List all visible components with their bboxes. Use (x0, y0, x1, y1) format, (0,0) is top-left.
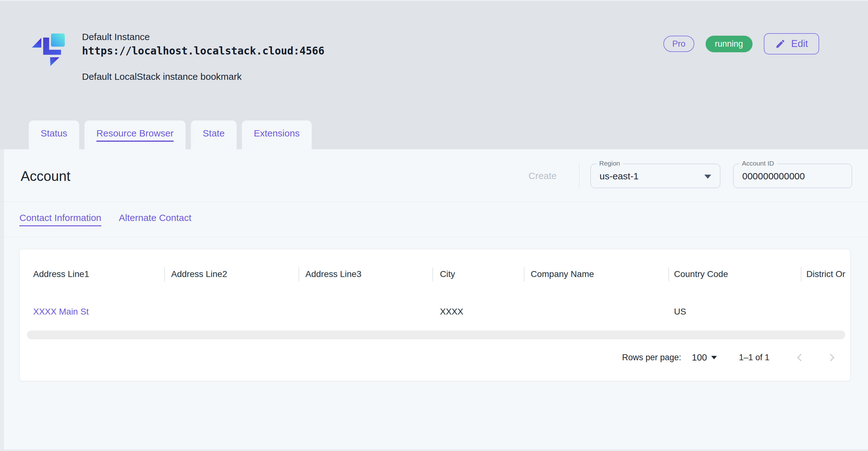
header-badges: Pro running Edit (663, 33, 819, 55)
tab-status[interactable]: Status (29, 120, 79, 149)
left-edge-gutter (0, 149, 4, 451)
column-header-address-line2: Address Line2 (164, 249, 299, 299)
main-tabs: Status Resource Browser State Extensions (29, 120, 312, 149)
running-status-badge: running (706, 36, 752, 52)
chevron-down-icon (704, 175, 711, 179)
region-select[interactable]: Region us-east-1 (590, 164, 720, 188)
cell-city: XXXX (432, 296, 524, 327)
column-header-country-code: Country Code (669, 249, 801, 299)
next-page-chevron-icon[interactable] (827, 354, 834, 361)
cell-address-line2 (164, 296, 299, 327)
column-header-district: District Or (801, 249, 850, 299)
rows-per-page-caret-icon[interactable] (711, 356, 717, 359)
pro-badge: Pro (663, 36, 694, 52)
region-select-value: us-east-1 (599, 164, 639, 188)
column-header-address-line3: Address Line3 (299, 249, 432, 299)
tab-resource-browser[interactable]: Resource Browser (85, 120, 186, 149)
table-row: XXXX Main St XXXX US (20, 296, 850, 327)
window-bottom-edge (0, 449, 868, 451)
account-id-field[interactable]: Account ID 000000000000 (733, 164, 852, 188)
instance-url: https://localhost.localstack.cloud:4566 (82, 45, 324, 57)
column-header-address-line1: Address Line1 (20, 249, 164, 299)
pagination-range: 1–1 of 1 (739, 353, 769, 362)
create-button[interactable]: Create (528, 164, 557, 188)
resource-browser-panel: Account Create Region us-east-1 Account … (0, 149, 868, 451)
instance-title: Default Instance (82, 32, 324, 42)
previous-page-chevron-icon[interactable] (797, 354, 804, 361)
localstack-logo-icon (31, 32, 66, 67)
pagination-bar: Rows per page: 100 1–1 of 1 (622, 343, 833, 372)
column-header-company-name: Company Name (524, 249, 669, 299)
column-header-city: City (432, 249, 524, 299)
rows-per-page-label: Rows per page: (622, 353, 681, 362)
cell-country-code: US (669, 296, 801, 327)
cell-address-line1-link[interactable]: XXXX Main St (20, 296, 164, 327)
cell-address-line3 (299, 296, 432, 327)
table-header-row: Address Line1 Address Line2 Address Line… (20, 249, 850, 299)
account-id-value: 000000000000 (742, 164, 805, 188)
edit-button[interactable]: Edit (764, 33, 819, 55)
cell-company-name (524, 296, 669, 327)
instance-description: Default LocalStack instance bookmark (82, 71, 324, 82)
subtab-alternate-contact[interactable]: Alternate Contact (119, 212, 191, 226)
horizontal-scrollbar[interactable] (27, 331, 845, 339)
tab-resource-browser-label: Resource Browser (96, 128, 174, 142)
tab-state-label: State (203, 128, 225, 142)
cell-district (801, 296, 850, 327)
tab-status-label: Status (41, 128, 67, 142)
toolbar-divider (579, 164, 580, 188)
tab-state[interactable]: State (191, 120, 237, 149)
contact-information-table-card: Address Line1 Address Line2 Address Line… (20, 249, 850, 381)
tab-extensions[interactable]: Extensions (242, 120, 312, 149)
pencil-icon (775, 38, 786, 49)
rows-per-page-select[interactable]: 100 (692, 353, 707, 363)
instance-header: Default Instance https://localhost.local… (0, 0, 868, 149)
tab-extensions-label: Extensions (254, 128, 300, 142)
account-subtabs: Contact Information Alternate Contact (4, 202, 868, 237)
page-title: Account (21, 169, 70, 184)
subtab-contact-information[interactable]: Contact Information (20, 212, 101, 226)
edit-button-label: Edit (791, 38, 808, 50)
